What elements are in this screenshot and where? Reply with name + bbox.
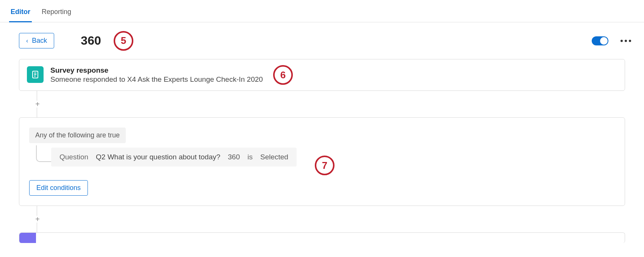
conditions-card[interactable]: Any of the following are true Question Q… [19, 117, 625, 206]
page-title: 360 [81, 34, 101, 48]
annotation-6: 6 [273, 65, 293, 85]
trigger-title: Survey response [50, 66, 263, 75]
add-step-button-2[interactable]: + [34, 216, 41, 223]
add-step-button[interactable]: + [34, 101, 41, 107]
trigger-card[interactable]: Survey response Someone responded to X4 … [19, 59, 625, 91]
condition-value: 360 [228, 153, 240, 161]
workflow-canvas: Survey response Someone responded to X4 … [0, 59, 644, 243]
condition-state: Selected [260, 153, 288, 161]
connector-1: + [37, 91, 625, 117]
enable-toggle[interactable] [592, 36, 608, 45]
condition-header: Any of the following are true [29, 128, 126, 143]
tab-editor[interactable]: Editor [9, 8, 32, 22]
condition-row: Question Q2 What is your question about … [51, 148, 297, 167]
condition-field-label: Question [59, 153, 88, 161]
tab-reporting[interactable]: Reporting [40, 8, 73, 22]
condition-question: Q2 What is your question about today? [96, 153, 220, 161]
trigger-subtitle: Someone responded to X4 Ask the Experts … [50, 75, 263, 84]
chevron-left-icon: ‹ [26, 37, 28, 44]
more-menu-icon[interactable] [619, 38, 633, 44]
tabs-bar: Editor Reporting [0, 0, 644, 22]
condition-verb: is [247, 153, 253, 161]
back-button-label: Back [32, 37, 47, 45]
survey-icon [27, 66, 44, 83]
back-button[interactable]: ‹ Back [19, 33, 54, 48]
edit-conditions-button[interactable]: Edit conditions [29, 180, 88, 196]
next-step-card[interactable] [19, 232, 625, 243]
task-icon [19, 233, 36, 243]
annotation-5: 5 [114, 31, 133, 51]
condition-connector [36, 145, 51, 162]
edit-conditions-label: Edit conditions [36, 184, 81, 192]
connector-2: + [37, 206, 625, 232]
page-header: ‹ Back 360 5 [0, 22, 644, 59]
